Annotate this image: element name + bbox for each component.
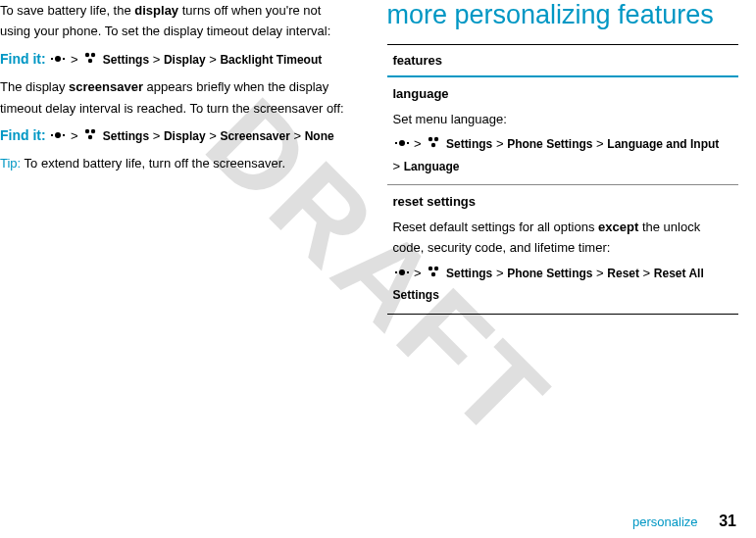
r1-langinput: Language and Input	[607, 137, 719, 151]
svg-rect-14	[407, 142, 409, 144]
row1-title: language	[393, 83, 733, 104]
intro-paragraph: To save battery life, the display turns …	[0, 0, 352, 42]
center-key-icon	[51, 126, 65, 147]
svg-point-15	[428, 137, 432, 141]
settings-icon	[427, 134, 440, 155]
r2-phone: Phone Settings	[507, 267, 592, 280]
svg-point-10	[91, 129, 95, 133]
table-row: reset settings Reset default settings fo…	[387, 185, 739, 314]
findit-line-1: Find it: > Settings > Display > Backligh…	[0, 48, 352, 71]
row1-path: > Settings > Phone Settings > Language a…	[393, 133, 733, 176]
svg-rect-8	[63, 134, 65, 136]
intro-bold: display	[134, 3, 178, 18]
svg-point-21	[428, 266, 432, 269]
svg-point-23	[431, 271, 435, 275]
r1-settings: Settings	[446, 137, 492, 151]
section-heading: more personalizing features	[387, 0, 739, 30]
r2-settings: Settings	[446, 267, 492, 280]
svg-rect-0	[51, 58, 53, 60]
path1-backlight: Backlight Timeout	[220, 53, 322, 67]
svg-point-19	[399, 269, 405, 275]
svg-point-13	[399, 140, 405, 146]
page-content: To save battery life, the display turns …	[0, 0, 756, 538]
table-row: language Set menu language: > Settings >…	[387, 76, 739, 184]
row2-desc: Reset default settings for all options e…	[393, 217, 733, 259]
path2-display: Display	[164, 129, 206, 143]
tip-label: Tip:	[0, 156, 21, 171]
svg-rect-12	[395, 142, 397, 144]
r1-phone: Phone Settings	[507, 137, 592, 151]
svg-point-16	[434, 137, 438, 141]
screensaver-paragraph: The display screensaver appears briefly …	[0, 76, 352, 119]
left-column: To save battery life, the display turns …	[0, 0, 370, 538]
center-key-icon	[395, 264, 409, 284]
svg-rect-18	[395, 271, 397, 273]
table-header-row: features	[387, 45, 739, 77]
svg-point-9	[85, 129, 89, 133]
features-table: features language Set menu language: > S	[387, 44, 739, 315]
row1-desc: Set menu language:	[393, 109, 733, 129]
row2-title: reset settings	[393, 191, 733, 212]
row-language: language Set menu language: > Settings >…	[387, 76, 739, 184]
tip-line: Tip: To extend battery life, turn off th…	[0, 153, 352, 173]
svg-rect-6	[51, 134, 53, 136]
path1-settings: Settings	[103, 53, 149, 67]
r2-reset: Reset	[607, 267, 639, 280]
row2-path: > Settings > Phone Settings > Reset > Re…	[393, 263, 733, 306]
table-header-cell: features	[387, 45, 739, 77]
screensaver-bold: screensaver	[69, 79, 143, 94]
intro-pre: To save battery life, the	[0, 3, 134, 18]
svg-point-4	[91, 53, 95, 57]
svg-point-5	[88, 59, 92, 63]
findit-label-1: Find it:	[0, 51, 46, 67]
path2-settings: Settings	[103, 129, 149, 143]
settings-icon	[83, 50, 97, 71]
path1-display: Display	[164, 53, 206, 67]
right-column: more personalizing features features lan…	[370, 0, 739, 538]
center-key-icon	[395, 134, 409, 155]
row-reset: reset settings Reset default settings fo…	[387, 185, 739, 314]
svg-point-7	[55, 132, 61, 138]
row2-desc-bold: except	[598, 220, 638, 234]
findit-line-2: Find it: > Settings > Display > Screensa…	[0, 124, 352, 147]
findit-label-2: Find it:	[0, 127, 46, 143]
path2-screensaver: Screensaver	[220, 129, 289, 143]
svg-point-3	[85, 53, 89, 57]
center-key-icon	[51, 50, 65, 71]
r1-language: Language	[404, 160, 460, 173]
svg-point-1	[55, 56, 61, 62]
settings-icon	[83, 126, 97, 147]
svg-rect-2	[63, 58, 65, 60]
svg-point-11	[88, 135, 92, 139]
svg-rect-20	[407, 271, 409, 273]
path2-none: None	[305, 129, 334, 143]
row2-desc-pre: Reset default settings for all options	[393, 220, 599, 234]
tip-text: To extend battery life, turn off the scr…	[21, 156, 285, 171]
svg-point-17	[431, 143, 435, 147]
settings-icon	[427, 264, 440, 284]
screensaver-pre: The display	[0, 79, 69, 94]
svg-point-22	[434, 266, 438, 269]
